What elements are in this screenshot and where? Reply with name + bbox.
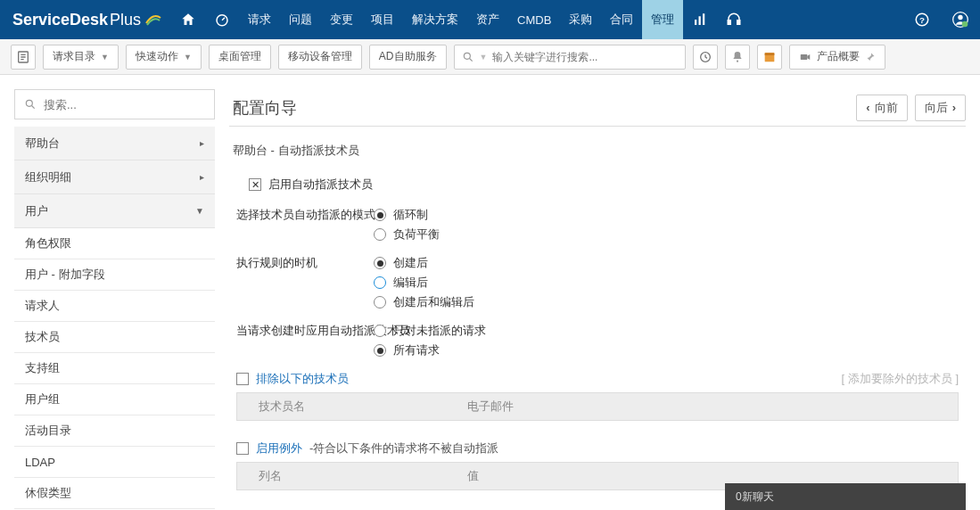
sidebar-item-0[interactable]: 角色权限 (14, 228, 215, 259)
nav-tab-8[interactable]: 合同 (601, 0, 642, 39)
sidebar-search[interactable] (14, 89, 215, 119)
chat-bar[interactable]: 0新聊天 (725, 483, 966, 509)
enable-auto-assign-checkbox[interactable]: ✕ 启用自动指派技术员 (249, 177, 959, 193)
apply-opts-option-1[interactable]: 所有请求 (374, 342, 959, 358)
col-email: 电子邮件 (460, 399, 958, 415)
timing-opts-option-0[interactable]: 创建后 (374, 255, 959, 271)
svg-point-18 (26, 100, 32, 106)
svg-rect-17 (800, 54, 807, 60)
exception-checkbox[interactable]: ✓ (236, 442, 249, 455)
sidebar-item-5[interactable]: 用户组 (14, 384, 215, 415)
sidebar-item-1[interactable]: 用户 - 附加字段 (14, 259, 215, 291)
svg-point-9 (958, 15, 962, 20)
radio-icon (374, 325, 386, 337)
top-navbar: ServiceDesk Plus 请求问题变更项目解决方案资产CMDB采购合同管… (0, 0, 980, 39)
radio-icon (374, 228, 386, 241)
request-catalog-dropdown[interactable]: 请求目录▼ (43, 45, 119, 70)
headset-icon (726, 12, 742, 28)
brand-swoosh-icon (144, 11, 162, 29)
apply-opts-option-0[interactable]: 只对未指派的请求 (374, 323, 959, 339)
svg-point-12 (464, 53, 470, 59)
sidebar-search-input[interactable] (44, 98, 205, 111)
col-tech-name: 技术员名 (237, 399, 460, 415)
exclude-table-header: 技术员名 电子邮件 (236, 392, 959, 421)
mode-opts-option-1[interactable]: 负荷平衡 (374, 226, 959, 243)
nav-tabs: 请求问题变更项目解决方案资产CMDB采购合同管理 (239, 0, 683, 39)
exclude-hint[interactable]: [ 添加要除外的技术员 ] (842, 371, 959, 387)
mobile-mgmt-button[interactable]: 移动设备管理 (278, 45, 362, 70)
sidebar-group-2[interactable]: 用户▼ (14, 194, 215, 228)
svg-rect-4 (729, 21, 731, 25)
svg-text:?: ? (919, 15, 925, 25)
nav-reports[interactable] (683, 0, 717, 39)
exclude-tech-link[interactable]: 排除以下的技术员 (256, 371, 349, 387)
nav-tab-7[interactable]: 采购 (560, 0, 601, 39)
col-value: 值 (460, 468, 958, 484)
nav-tab-9[interactable]: 管理 (642, 0, 683, 39)
main-header: 配置向导 ‹向前 向后› (229, 89, 966, 127)
recent-items-button[interactable] (693, 45, 718, 70)
sidebar-item-3[interactable]: 技术员 (14, 322, 215, 353)
wizard-prev-button[interactable]: ‹向前 (856, 95, 907, 121)
global-search[interactable]: ▼ (454, 45, 686, 70)
config-sidebar: 帮助台▸组织明细▸用户▼ 角色权限用户 - 附加字段请求人技术员支持组用户组活动… (14, 89, 215, 509)
nav-profile[interactable] (941, 0, 980, 39)
desktop-mgmt-button[interactable]: 桌面管理 (209, 45, 271, 70)
product-overview-button[interactable]: 产品概要 (789, 45, 885, 70)
radio-icon (374, 344, 386, 357)
radio-icon (374, 209, 386, 221)
timing-opts-option-1[interactable]: 编辑后 (374, 275, 959, 291)
nav-tab-1[interactable]: 问题 (280, 0, 321, 39)
brand-logo: ServiceDesk Plus (0, 0, 171, 39)
new-request-button[interactable] (11, 45, 36, 70)
radio-label: 循环制 (393, 207, 428, 223)
nav-tab-6[interactable]: CMDB (508, 0, 560, 39)
nav-support[interactable] (717, 0, 751, 39)
user-icon (951, 11, 969, 29)
sidebar-item-7[interactable]: LDAP (14, 447, 215, 478)
nav-tab-4[interactable]: 解决方案 (403, 0, 467, 39)
ad-selfservice-button[interactable]: AD自助服务 (369, 45, 447, 70)
notifications-button[interactable] (725, 45, 750, 70)
apply-options: 只对未指派的请求所有请求 (374, 323, 959, 358)
nav-home[interactable] (171, 0, 205, 39)
home-icon (180, 12, 196, 28)
camera-icon (799, 51, 811, 63)
mode-opts-option-0[interactable]: 循环制 (374, 207, 959, 223)
history-icon (698, 50, 712, 64)
radio-label: 创建后 (393, 255, 428, 271)
nav-tab-5[interactable]: 资产 (467, 0, 508, 39)
timing-opts-option-2[interactable]: 创建后和编辑后 (374, 294, 959, 310)
page-body: 帮助台▸组织明细▸用户▼ 角色权限用户 - 附加字段请求人技术员支持组用户组活动… (0, 75, 980, 509)
sidebar-item-8[interactable]: 休假类型 (14, 478, 215, 509)
breadcrumb: 帮助台 - 自动指派技术员 (229, 127, 966, 171)
sidebar-item-6[interactable]: 活动目录 (14, 415, 215, 447)
announcements-button[interactable] (757, 45, 782, 70)
timing-options: 创建后编辑后创建后和编辑后 (374, 255, 959, 310)
calendar-icon (762, 50, 777, 64)
nav-dashboard[interactable] (205, 0, 239, 39)
col-name: 列名 (237, 468, 460, 484)
sidebar-group-0[interactable]: 帮助台▸ (14, 127, 215, 160)
page-title: 配置向导 (229, 97, 297, 119)
exception-row: ✓ 启用例外 -符合以下条件的请求将不被自动指派 (236, 440, 959, 457)
sidebar-group-1[interactable]: 组织明细▸ (14, 160, 215, 194)
chart-icon (692, 12, 708, 28)
exclude-tech-checkbox[interactable]: ✓ (236, 373, 249, 385)
exclude-tech-row: ✓ 排除以下的技术员 [ 添加要除外的技术员 ] (236, 371, 959, 387)
nav-help[interactable]: ? (903, 0, 941, 39)
exception-link[interactable]: 启用例外 (256, 440, 302, 457)
caret-down-icon: ▼ (101, 53, 109, 62)
sidebar-item-2[interactable]: 请求人 (14, 291, 215, 322)
nav-tab-3[interactable]: 项目 (362, 0, 403, 39)
nav-tab-2[interactable]: 变更 (321, 0, 362, 39)
sidebar-item-4[interactable]: 支持组 (14, 353, 215, 384)
chevron-left-icon: ‹ (866, 101, 869, 114)
main-panel: 配置向导 ‹向前 向后› 帮助台 - 自动指派技术员 ✕ 启用自动指派技术员 选… (229, 89, 966, 490)
svg-rect-5 (737, 21, 740, 25)
global-search-input[interactable] (492, 51, 677, 63)
wizard-next-button[interactable]: 向后› (915, 95, 966, 121)
svg-rect-1 (695, 20, 696, 25)
nav-tab-0[interactable]: 请求 (239, 0, 280, 39)
quick-actions-dropdown[interactable]: 快速动作▼ (126, 45, 202, 70)
